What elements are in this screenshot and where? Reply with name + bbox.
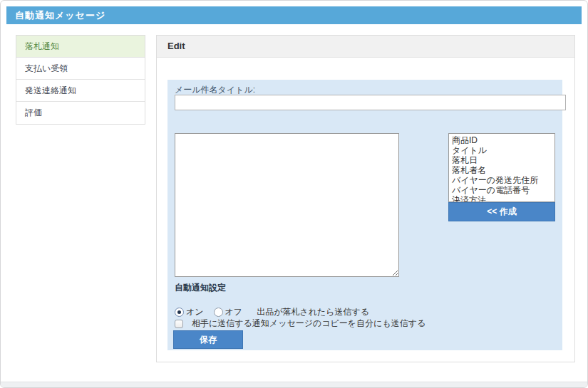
- editor-panel-title: Edit: [157, 36, 574, 58]
- listbox-option[interactable]: バイヤーの発送先住所: [452, 175, 555, 185]
- listbox-option[interactable]: 商品ID: [452, 135, 555, 145]
- copy-to-self-row: 相手に送信する通知メッセージのコピーを自分にも送信する: [175, 318, 425, 330]
- app-window: 自動通知メッセージ 落札通知 支払い受領 発送連絡通知 評価 Edit メール件…: [0, 0, 588, 388]
- listbox-option[interactable]: 落札者名: [452, 165, 555, 175]
- footer-strip: [1, 382, 587, 387]
- listbox-option[interactable]: タイトル: [452, 145, 555, 155]
- sidebar-item-payment-received[interactable]: 支払い受領: [16, 58, 145, 80]
- sidebar-item-feedback[interactable]: 評価: [16, 102, 145, 124]
- insert-placeholder-button[interactable]: << 作成: [448, 202, 555, 221]
- message-body-textarea[interactable]: [175, 133, 399, 277]
- auto-notify-radio-group: オン オフ 出品が落札されたら送信する: [175, 306, 369, 318]
- page-title: 自動通知メッセージ: [6, 6, 582, 24]
- placeholder-listbox[interactable]: 商品ID タイトル 落札日 落札者名 バイヤーの発送先住所 バイヤーの電話番号 …: [448, 133, 555, 202]
- listbox-option[interactable]: 落札日: [452, 155, 555, 165]
- radio-off[interactable]: [214, 308, 223, 317]
- sidebar-item-auction-won-notice[interactable]: 落札通知: [16, 36, 145, 58]
- notification-form: メール件名タイトル: 商品ID タイトル 落札日 落札者名 バイヤーの発送先住所…: [167, 80, 562, 350]
- save-button[interactable]: 保存: [173, 330, 243, 349]
- radio-on-label[interactable]: オン: [186, 306, 204, 318]
- copy-to-self-label[interactable]: 相手に送信する通知メッセージのコピーを自分にも送信する: [192, 318, 425, 330]
- radio-off-label[interactable]: オフ: [225, 306, 243, 318]
- copy-to-self-checkbox[interactable]: [175, 320, 183, 328]
- sidebar-item-shipping-notice[interactable]: 発送連絡通知: [16, 80, 145, 102]
- radio-on[interactable]: [175, 308, 184, 317]
- auto-notify-settings-label: 自動通知設定: [175, 282, 226, 294]
- listbox-option[interactable]: 決済方法: [452, 195, 555, 202]
- sidebar: 落札通知 支払い受領 発送連絡通知 評価: [16, 35, 145, 125]
- subject-input[interactable]: [175, 95, 566, 110]
- listbox-option[interactable]: バイヤーの電話番号: [452, 185, 555, 195]
- editor-panel: Edit メール件名タイトル: 商品ID タイトル 落札日 落札者名 バイヤーの…: [156, 35, 575, 362]
- radio-hint-text: 出品が落札されたら送信する: [257, 306, 369, 318]
